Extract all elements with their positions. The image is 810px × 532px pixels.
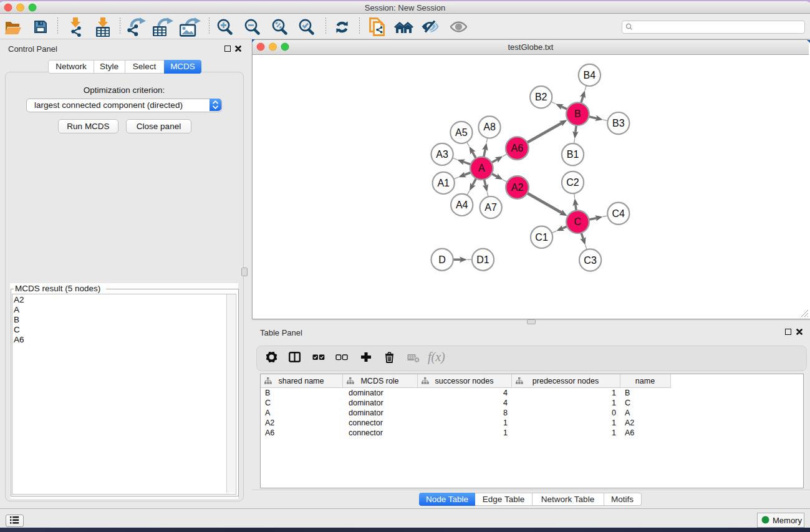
svg-text:A5: A5	[455, 127, 468, 138]
svg-text:A3: A3	[436, 149, 448, 160]
svg-text:C1: C1	[535, 232, 548, 243]
svg-text:A2: A2	[511, 182, 524, 193]
svg-text:C: C	[574, 216, 582, 227]
svg-text:A: A	[478, 163, 485, 173]
svg-text:C4: C4	[612, 208, 625, 219]
svg-text:D: D	[438, 254, 446, 265]
svg-text:B: B	[574, 109, 581, 119]
svg-text:A1: A1	[437, 178, 450, 188]
svg-text:B2: B2	[535, 92, 547, 102]
svg-text:C3: C3	[584, 255, 597, 266]
svg-text:C2: C2	[566, 177, 579, 188]
svg-text:B1: B1	[567, 149, 579, 160]
svg-text:D1: D1	[476, 254, 489, 265]
svg-text:A4: A4	[456, 200, 468, 210]
svg-text:B3: B3	[612, 118, 625, 128]
svg-text:A6: A6	[511, 143, 524, 153]
svg-text:B4: B4	[584, 70, 596, 80]
svg-text:A7: A7	[485, 202, 497, 213]
svg-text:A8: A8	[483, 122, 496, 132]
